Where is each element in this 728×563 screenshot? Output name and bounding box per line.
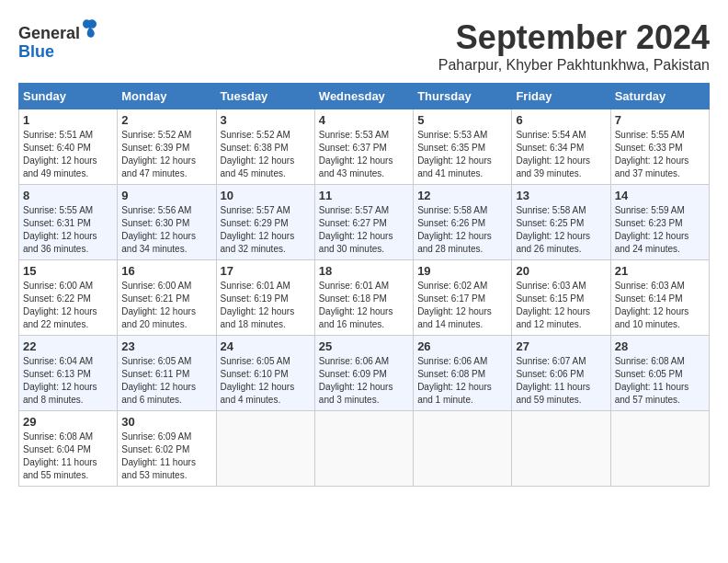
day-number: 10 xyxy=(221,189,311,202)
day-info: Sunrise: 5:57 AMSunset: 6:27 PMDaylight:… xyxy=(319,204,409,256)
day-number: 1 xyxy=(23,113,113,127)
logo-general: General xyxy=(18,24,80,42)
header-wednesday: Wednesday xyxy=(314,84,413,109)
header-friday: Friday xyxy=(512,84,610,109)
calendar-day-cell: 9Sunrise: 5:56 AMSunset: 6:30 PMDaylight… xyxy=(118,185,216,260)
day-info: Sunrise: 6:05 AMSunset: 6:10 PMDaylight:… xyxy=(221,355,311,407)
calendar-day-cell xyxy=(216,411,314,487)
calendar-day-cell: 17Sunrise: 6:01 AMSunset: 6:19 PMDayligh… xyxy=(216,260,314,336)
calendar-day-cell xyxy=(610,411,709,487)
calendar-week-row: 22Sunrise: 6:04 AMSunset: 6:13 PMDayligh… xyxy=(19,336,710,411)
day-info: Sunrise: 6:07 AMSunset: 6:06 PMDaylight:… xyxy=(516,355,606,407)
day-info: Sunrise: 5:52 AMSunset: 6:39 PMDaylight:… xyxy=(121,129,211,180)
day-info: Sunrise: 5:58 AMSunset: 6:26 PMDaylight:… xyxy=(417,204,507,256)
day-number: 7 xyxy=(615,113,705,127)
day-number: 14 xyxy=(615,189,705,202)
day-info: Sunrise: 5:54 AMSunset: 6:34 PMDaylight:… xyxy=(516,129,606,180)
calendar-day-cell: 27Sunrise: 6:07 AMSunset: 6:06 PMDayligh… xyxy=(512,336,610,411)
calendar-day-cell xyxy=(314,411,413,487)
day-number: 25 xyxy=(319,339,409,353)
calendar-day-cell: 11Sunrise: 5:57 AMSunset: 6:27 PMDayligh… xyxy=(314,185,413,260)
calendar-day-cell: 14Sunrise: 5:59 AMSunset: 6:23 PMDayligh… xyxy=(610,185,709,260)
day-number: 11 xyxy=(319,189,409,202)
calendar-week-row: 29Sunrise: 6:08 AMSunset: 6:04 PMDayligh… xyxy=(19,411,710,487)
day-number: 15 xyxy=(23,264,113,278)
calendar-header-row: Sunday Monday Tuesday Wednesday Thursday… xyxy=(19,84,710,109)
day-info: Sunrise: 6:06 AMSunset: 6:08 PMDaylight:… xyxy=(417,355,507,407)
calendar-day-cell: 23Sunrise: 6:05 AMSunset: 6:11 PMDayligh… xyxy=(118,336,216,411)
day-number: 3 xyxy=(221,113,311,127)
day-info: Sunrise: 5:57 AMSunset: 6:29 PMDaylight:… xyxy=(221,204,311,256)
day-number: 18 xyxy=(319,264,409,278)
day-info: Sunrise: 5:58 AMSunset: 6:25 PMDaylight:… xyxy=(516,204,606,256)
month-title: September 2024 xyxy=(438,18,710,57)
day-number: 5 xyxy=(417,113,507,127)
calendar-day-cell xyxy=(512,411,610,487)
day-info: Sunrise: 5:55 AMSunset: 6:33 PMDaylight:… xyxy=(615,129,705,180)
day-info: Sunrise: 5:56 AMSunset: 6:30 PMDaylight:… xyxy=(121,204,211,256)
calendar-table: Sunday Monday Tuesday Wednesday Thursday… xyxy=(18,83,710,487)
day-number: 4 xyxy=(319,113,409,127)
calendar-day-cell: 21Sunrise: 6:03 AMSunset: 6:14 PMDayligh… xyxy=(610,260,709,336)
title-block: September 2024 Paharpur, Khyber Pakhtunk… xyxy=(438,18,710,74)
day-info: Sunrise: 6:00 AMSunset: 6:21 PMDaylight:… xyxy=(121,280,211,331)
day-number: 28 xyxy=(615,339,705,353)
day-info: Sunrise: 6:08 AMSunset: 6:05 PMDaylight:… xyxy=(615,355,705,407)
calendar-day-cell: 8Sunrise: 5:55 AMSunset: 6:31 PMDaylight… xyxy=(19,185,118,260)
day-number: 2 xyxy=(121,113,211,127)
header-monday: Monday xyxy=(118,84,216,109)
day-info: Sunrise: 6:03 AMSunset: 6:14 PMDaylight:… xyxy=(615,280,705,331)
day-number: 19 xyxy=(417,264,507,278)
day-number: 22 xyxy=(23,339,113,353)
calendar-day-cell: 13Sunrise: 5:58 AMSunset: 6:25 PMDayligh… xyxy=(512,185,610,260)
day-number: 29 xyxy=(23,415,113,429)
calendar-day-cell: 7Sunrise: 5:55 AMSunset: 6:33 PMDaylight… xyxy=(610,109,709,185)
day-info: Sunrise: 6:01 AMSunset: 6:19 PMDaylight:… xyxy=(221,280,311,331)
calendar-day-cell: 2Sunrise: 5:52 AMSunset: 6:39 PMDaylight… xyxy=(118,109,216,185)
calendar-day-cell: 1Sunrise: 5:51 AMSunset: 6:40 PMDaylight… xyxy=(19,109,118,185)
logo-bird-icon xyxy=(81,18,97,39)
day-number: 13 xyxy=(516,189,606,202)
calendar-day-cell: 20Sunrise: 6:03 AMSunset: 6:15 PMDayligh… xyxy=(512,260,610,336)
day-info: Sunrise: 5:51 AMSunset: 6:40 PMDaylight:… xyxy=(23,129,113,180)
day-info: Sunrise: 5:53 AMSunset: 6:37 PMDaylight:… xyxy=(319,129,409,180)
day-number: 17 xyxy=(221,264,311,278)
day-info: Sunrise: 6:01 AMSunset: 6:18 PMDaylight:… xyxy=(319,280,409,331)
day-number: 16 xyxy=(121,264,211,278)
day-info: Sunrise: 5:55 AMSunset: 6:31 PMDaylight:… xyxy=(23,204,113,256)
day-info: Sunrise: 6:04 AMSunset: 6:13 PMDaylight:… xyxy=(23,355,113,407)
day-number: 8 xyxy=(23,189,113,202)
calendar-day-cell: 15Sunrise: 6:00 AMSunset: 6:22 PMDayligh… xyxy=(19,260,118,336)
day-number: 20 xyxy=(516,264,606,278)
day-number: 30 xyxy=(121,415,211,429)
day-info: Sunrise: 5:52 AMSunset: 6:38 PMDaylight:… xyxy=(221,129,311,180)
calendar-day-cell: 19Sunrise: 6:02 AMSunset: 6:17 PMDayligh… xyxy=(414,260,512,336)
calendar-day-cell: 16Sunrise: 6:00 AMSunset: 6:21 PMDayligh… xyxy=(118,260,216,336)
calendar-day-cell: 4Sunrise: 5:53 AMSunset: 6:37 PMDaylight… xyxy=(314,109,413,185)
header-saturday: Saturday xyxy=(610,84,709,109)
day-info: Sunrise: 5:59 AMSunset: 6:23 PMDaylight:… xyxy=(615,204,705,256)
header-sunday: Sunday xyxy=(19,84,118,109)
header-thursday: Thursday xyxy=(414,84,512,109)
calendar-day-cell: 26Sunrise: 6:06 AMSunset: 6:08 PMDayligh… xyxy=(414,336,512,411)
calendar-day-cell: 28Sunrise: 6:08 AMSunset: 6:05 PMDayligh… xyxy=(610,336,709,411)
calendar-week-row: 8Sunrise: 5:55 AMSunset: 6:31 PMDaylight… xyxy=(19,185,710,260)
page-header: General Blue September 2024 Paharpur, Kh… xyxy=(18,18,710,74)
day-info: Sunrise: 6:02 AMSunset: 6:17 PMDaylight:… xyxy=(417,280,507,331)
day-info: Sunrise: 5:53 AMSunset: 6:35 PMDaylight:… xyxy=(417,129,507,180)
day-number: 6 xyxy=(516,113,606,127)
day-number: 9 xyxy=(121,189,211,202)
day-number: 26 xyxy=(417,339,507,353)
calendar-day-cell: 5Sunrise: 5:53 AMSunset: 6:35 PMDaylight… xyxy=(414,109,512,185)
calendar-week-row: 15Sunrise: 6:00 AMSunset: 6:22 PMDayligh… xyxy=(19,260,710,336)
day-number: 23 xyxy=(121,339,211,353)
day-info: Sunrise: 6:08 AMSunset: 6:04 PMDaylight:… xyxy=(23,431,113,482)
calendar-day-cell: 22Sunrise: 6:04 AMSunset: 6:13 PMDayligh… xyxy=(19,336,118,411)
day-info: Sunrise: 6:00 AMSunset: 6:22 PMDaylight:… xyxy=(23,280,113,331)
day-info: Sunrise: 6:03 AMSunset: 6:15 PMDaylight:… xyxy=(516,280,606,331)
calendar-day-cell: 3Sunrise: 5:52 AMSunset: 6:38 PMDaylight… xyxy=(216,109,314,185)
day-info: Sunrise: 6:05 AMSunset: 6:11 PMDaylight:… xyxy=(121,355,211,407)
header-tuesday: Tuesday xyxy=(216,84,314,109)
calendar-day-cell: 18Sunrise: 6:01 AMSunset: 6:18 PMDayligh… xyxy=(314,260,413,336)
calendar-day-cell: 12Sunrise: 5:58 AMSunset: 6:26 PMDayligh… xyxy=(414,185,512,260)
